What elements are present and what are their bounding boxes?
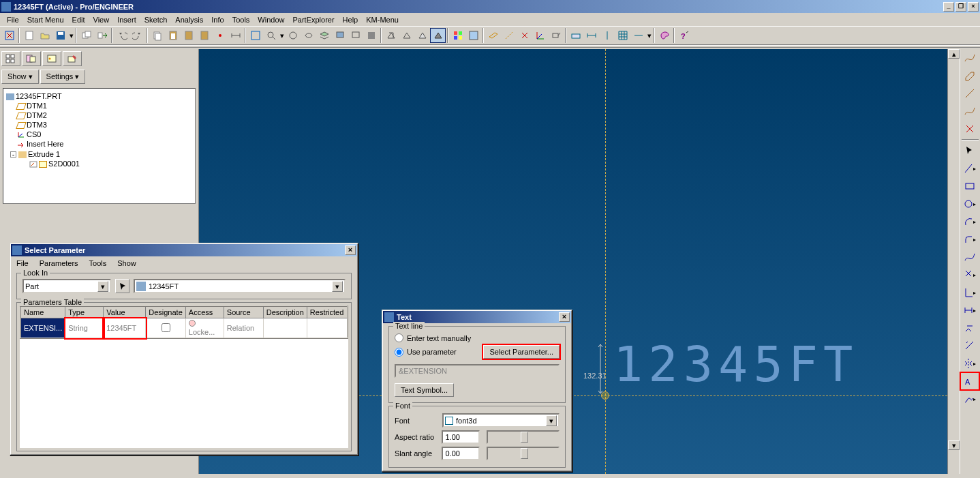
dim-vert-icon[interactable] [599, 28, 615, 43]
open-icon[interactable] [37, 28, 52, 43]
face-color-icon[interactable] [450, 28, 465, 43]
model-tree[interactable]: 12345FT.PRT DTM1 DTM2 DTM3 CS0 Insert He… [3, 88, 196, 204]
menu-window[interactable]: Window [254, 14, 288, 25]
datum-plane-icon[interactable] [485, 28, 501, 43]
menu-help[interactable]: Help [339, 14, 363, 25]
datum-axis-icon[interactable] [501, 28, 517, 43]
copy-icon[interactable] [149, 28, 165, 43]
tool-spline-icon[interactable] [961, 50, 979, 66]
tool-point-icon[interactable] [961, 121, 979, 137]
view-mgr-icon[interactable] [332, 28, 348, 43]
slant-input[interactable] [442, 447, 480, 460]
spin-center-icon[interactable] [285, 28, 301, 43]
close-button[interactable]: × [968, 2, 979, 12]
tree-btn-1[interactable] [1, 51, 20, 66]
tool-text-icon[interactable]: A [961, 373, 979, 389]
annotation-icon[interactable] [548, 28, 564, 43]
tree-btn-3[interactable] [42, 51, 61, 66]
save-dropdown-icon[interactable]: ▾ [68, 28, 74, 43]
tree-node-dtm3[interactable]: DTM3 [6, 120, 192, 130]
tool-modify-icon[interactable] [961, 320, 979, 336]
minimize-button[interactable]: _ [943, 2, 954, 12]
tool-fillet-icon[interactable]: ▸ [961, 231, 979, 248]
lookin-name-combo[interactable]: 12345FT▾ [134, 279, 346, 293]
constraint-dd-icon[interactable]: ▾ [646, 28, 652, 43]
dlg-menu-file[interactable]: File [14, 258, 31, 269]
named-view-icon[interactable] [348, 28, 363, 43]
zoom-dropdown-icon[interactable]: ▾ [279, 28, 285, 43]
no-hidden-icon[interactable] [414, 28, 430, 43]
menu-sketch[interactable]: Sketch [140, 14, 172, 25]
menu-file[interactable]: File [3, 14, 23, 25]
display-style-icon[interactable] [301, 28, 316, 43]
hidden-line-icon[interactable] [399, 28, 414, 43]
aspect-input[interactable] [442, 430, 480, 444]
tool-circle-icon[interactable]: ▸ [961, 196, 979, 212]
font-combo[interactable]: font3d▾ [442, 413, 560, 428]
datum-point-icon[interactable] [517, 28, 532, 43]
menu-tools[interactable]: Tools [228, 14, 254, 25]
paste-opts-icon[interactable] [196, 28, 212, 43]
designate-checkbox[interactable] [162, 323, 170, 332]
shade-icon[interactable] [363, 28, 379, 43]
menu-analysis[interactable]: Analysis [171, 14, 207, 25]
tool-point2-icon[interactable]: ▸ [961, 267, 979, 283]
layer-icon[interactable] [316, 28, 332, 43]
new-icon[interactable] [21, 28, 37, 43]
menu-partexplorer[interactable]: PartExplorer [288, 14, 338, 25]
copy-from-icon[interactable] [78, 28, 94, 43]
sketch-plane-icon[interactable] [568, 28, 583, 43]
enhanced-icon[interactable] [465, 28, 481, 43]
lookin-select-button[interactable] [115, 279, 129, 293]
dim-horiz-icon[interactable] [583, 28, 599, 43]
tree-node-dtm1[interactable]: DTM1 [6, 101, 192, 110]
tree-node-s2d0001[interactable]: S2D0001 [6, 159, 192, 168]
tree-btn-4[interactable] [63, 51, 82, 66]
zoom-icon[interactable] [263, 28, 279, 43]
radio-param-row[interactable]: Use parameter Select Parameter... [395, 344, 560, 360]
tree-root[interactable]: 12345FT.PRT [6, 91, 192, 101]
cancel-icon[interactable] [1, 28, 17, 43]
tool-spline2-icon[interactable] [961, 249, 979, 265]
select-parameter-button[interactable]: Select Parameter... [483, 345, 560, 359]
tool-rect-icon[interactable] [961, 68, 979, 84]
text-dialog-close-button[interactable]: × [559, 312, 570, 322]
grid-icon[interactable] [615, 28, 630, 43]
tool-curve-icon[interactable] [961, 103, 979, 119]
tab-settings[interactable]: Settings ▾ [40, 70, 86, 84]
tool-mirror-icon[interactable]: ▸ [961, 355, 979, 372]
menu-start[interactable]: Start Menu [23, 14, 68, 25]
shading-icon[interactable] [430, 28, 446, 43]
repaint-icon[interactable] [247, 28, 263, 43]
paste-icon[interactable] [165, 28, 181, 43]
tool-edge-icon[interactable]: ▸ [961, 284, 979, 301]
tree-node-cs0[interactable]: CS0 [6, 130, 192, 139]
tool-select-icon[interactable] [961, 143, 979, 159]
datum-csys-icon[interactable] [532, 28, 548, 43]
transfer-icon[interactable] [94, 28, 110, 43]
redo-icon[interactable] [129, 28, 145, 43]
scrollbar[interactable]: ▴ ▾ [947, 49, 960, 474]
dialog-titlebar[interactable]: Select Parameter × [11, 244, 357, 256]
aspect-slider[interactable] [487, 430, 560, 444]
menu-view[interactable]: View [89, 14, 114, 25]
dlg-menu-tools[interactable]: Tools [87, 258, 110, 269]
undo-icon[interactable] [114, 28, 129, 43]
table-row[interactable]: EXTENSI... String 12345FT Locke... Relat… [20, 318, 348, 339]
wireframe-icon[interactable] [383, 28, 399, 43]
text-symbol-button[interactable]: Text Symbol... [395, 383, 454, 397]
dlg-menu-show[interactable]: Show [114, 258, 139, 269]
measure-icon[interactable] [228, 28, 243, 43]
tool-line-icon[interactable] [961, 85, 979, 102]
tab-show[interactable]: Show ▾ [1, 70, 39, 84]
help-icon[interactable]: ? [676, 28, 692, 43]
radio-parameter[interactable] [395, 348, 403, 357]
tree-btn-2[interactable] [22, 51, 41, 66]
menu-edit[interactable]: Edit [68, 14, 89, 25]
tool-palette-icon[interactable]: ▸ [961, 391, 979, 407]
tree-node-dtm2[interactable]: DTM2 [6, 110, 192, 120]
paste-special-icon[interactable] [181, 28, 196, 43]
palette-icon[interactable] [656, 28, 672, 43]
dialog-close-button[interactable]: × [345, 245, 356, 255]
tool-rect2-icon[interactable] [961, 178, 979, 194]
